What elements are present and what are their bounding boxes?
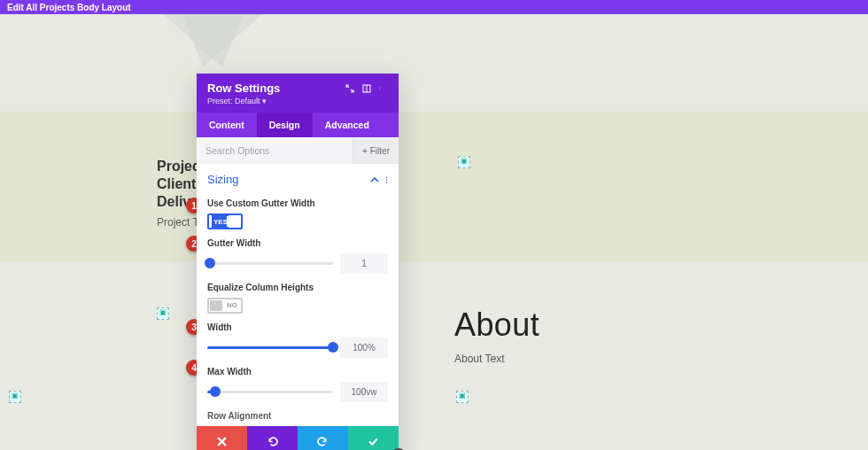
- modal-title: Row Settings: [207, 81, 280, 95]
- cancel-button[interactable]: [197, 426, 247, 450]
- width-slider[interactable]: [207, 346, 333, 349]
- tab-content[interactable]: Content: [197, 112, 257, 137]
- svg-point-3: [379, 88, 380, 89]
- svg-point-7: [386, 181, 388, 182]
- svg-point-5: [386, 176, 388, 178]
- gutter-width-slider[interactable]: [207, 262, 333, 265]
- close-icon: [217, 437, 227, 446]
- tab-advanced[interactable]: Advanced: [313, 112, 382, 137]
- section-more-icon[interactable]: [385, 175, 388, 184]
- tab-design[interactable]: Design: [257, 112, 313, 137]
- modal-header[interactable]: Row Settings Preset: Default ▾: [197, 74, 399, 112]
- max-width-value[interactable]: 100vw: [340, 382, 388, 402]
- undo-button[interactable]: [247, 426, 298, 450]
- max-width-label: Max Width: [207, 367, 388, 376]
- columns-icon[interactable]: [362, 84, 371, 93]
- equalize-toggle[interactable]: NO: [207, 298, 243, 314]
- row-settings-modal: Row Settings Preset: Default ▾ Content D…: [197, 74, 399, 450]
- top-bar: Edit All Projects Body Layout: [0, 0, 868, 14]
- more-menu-icon[interactable]: [379, 84, 388, 93]
- top-bar-title: Edit All Projects Body Layout: [7, 3, 131, 12]
- about-title: About: [454, 306, 539, 344]
- gutter-width-label: Gutter Width: [207, 238, 388, 248]
- redo-button[interactable]: [298, 426, 348, 450]
- gutter-width-value[interactable]: 1: [340, 253, 388, 274]
- search-input[interactable]: [197, 137, 353, 164]
- modal-footer: [197, 426, 399, 450]
- filter-button[interactable]: + Filter: [353, 138, 399, 164]
- broken-image-icon: [9, 391, 21, 403]
- max-width-slider[interactable]: [207, 391, 333, 393]
- redo-icon: [317, 436, 329, 447]
- equalize-label: Equalize Column Heights: [207, 283, 388, 292]
- svg-point-2: [379, 87, 380, 88]
- project-subtext: Project T: [157, 216, 199, 229]
- broken-image-icon: [157, 307, 169, 320]
- expand-icon[interactable]: [345, 84, 354, 93]
- search-row: + Filter: [197, 137, 399, 164]
- sizing-section: Use Custom Gutter Width YES Gutter Width…: [197, 198, 399, 426]
- about-subtitle: About Text: [454, 353, 504, 365]
- broken-image-icon: [458, 156, 470, 168]
- width-label: Width: [207, 322, 388, 332]
- collapse-icon[interactable]: [370, 177, 379, 182]
- section-title: Sizing: [207, 173, 238, 186]
- save-button[interactable]: [348, 426, 399, 450]
- svg-point-6: [386, 179, 388, 181]
- content-band: [0, 112, 868, 262]
- use-custom-gutter-label: Use Custom Gutter Width: [207, 198, 388, 208]
- use-custom-gutter-toggle[interactable]: YES: [207, 213, 243, 229]
- undo-icon: [267, 436, 278, 447]
- svg-point-4: [379, 89, 380, 90]
- check-icon: [368, 436, 379, 447]
- width-value[interactable]: 100%: [340, 338, 388, 358]
- sizing-section-header[interactable]: Sizing: [197, 164, 399, 190]
- plus-icon: +: [362, 146, 368, 156]
- row-alignment-label: Row Alignment: [207, 411, 388, 421]
- modal-tabs: Content Design Advanced: [197, 112, 399, 137]
- broken-image-icon: [456, 391, 469, 403]
- preset-label[interactable]: Preset: Default ▾: [207, 97, 388, 105]
